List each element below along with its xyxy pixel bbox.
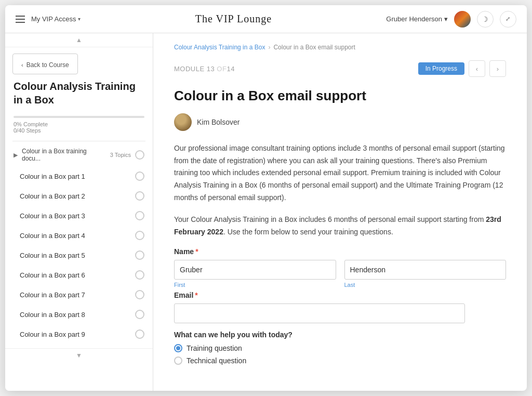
- course-title: Colour Analysis Training in a Box: [5, 80, 153, 112]
- first-name-input[interactable]: [174, 260, 336, 280]
- name-row: First Last: [174, 260, 506, 288]
- module-controls: In Progress ‹ ›: [418, 60, 506, 77]
- author-avatar: [174, 113, 192, 131]
- first-name-group: First: [174, 260, 336, 288]
- email-input[interactable]: [174, 303, 465, 323]
- first-sublabel: First: [174, 282, 336, 288]
- sidebar-item-part2[interactable]: Colour in a Box part 2: [5, 186, 153, 206]
- chevron-down-icon: ▾: [78, 16, 81, 22]
- sidebar-item-part7[interactable]: Colour in a Box part 7: [5, 285, 153, 305]
- hamburger-icon[interactable]: [16, 16, 25, 23]
- item-circle: [135, 171, 144, 181]
- app-title: The VIP Lounge: [195, 13, 272, 25]
- sidebar-item-part6[interactable]: Colour in a Box part 6: [5, 265, 153, 285]
- status-badge: In Progress: [418, 62, 464, 75]
- item-circle: [135, 211, 144, 220]
- sidebar-item-part9[interactable]: Colour in a Box part 9: [5, 324, 153, 344]
- question-section: What can we help you with today? Trainin…: [174, 331, 506, 365]
- module-label: MODULE 13 OF14: [174, 65, 235, 73]
- theme-toggle-icon[interactable]: ☽: [477, 11, 494, 28]
- section-completion-circle: [135, 150, 144, 160]
- arrow-left-icon: ‹: [21, 62, 23, 68]
- section-topics: 3 Topics: [110, 152, 131, 158]
- previous-button[interactable]: ‹: [469, 60, 485, 77]
- scroll-down-icon[interactable]: ▼: [76, 352, 82, 359]
- radio-button-training[interactable]: [174, 344, 182, 352]
- sidebar-items-list: Colour in a Box part 1 Colour in a Box p…: [5, 166, 153, 344]
- form-section: Name * First Last Email: [174, 247, 506, 365]
- name-label: Name *: [174, 247, 506, 256]
- chevron-down-icon: ▾: [444, 15, 448, 23]
- last-name-group: Last: [344, 260, 507, 288]
- nav-left: My VIP Access ▾: [16, 15, 81, 23]
- next-button[interactable]: ›: [489, 60, 506, 77]
- section-arrow-icon: ▶: [14, 152, 18, 159]
- sidebar-item-part5[interactable]: Colour in a Box part 5: [5, 245, 153, 265]
- section-title: Colour in a Box training docu...: [22, 148, 106, 162]
- radio-technical-question[interactable]: Technical question: [174, 357, 506, 365]
- scroll-up-icon[interactable]: ▲: [76, 36, 82, 44]
- breadcrumb-parent[interactable]: Colour Analysis Training in a Box: [174, 44, 265, 51]
- progress-steps-label: 0/40 Steps: [14, 127, 144, 134]
- last-sublabel: Last: [344, 282, 507, 288]
- required-indicator: *: [195, 247, 198, 256]
- body-paragraph-2: Your Colour Analysis Training in a Box i…: [174, 214, 506, 239]
- radio-button-technical[interactable]: [174, 357, 182, 365]
- fullscreen-icon[interactable]: ⤢: [500, 11, 516, 28]
- sidebar-item-part1[interactable]: Colour in a Box part 1: [5, 166, 153, 186]
- email-label: Email *: [174, 291, 506, 299]
- breadcrumb: Colour Analysis Training in a Box › Colo…: [174, 44, 506, 51]
- main-layout: ▲ ‹ Back to Course Colour Analysis Train…: [5, 33, 527, 391]
- item-circle: [135, 310, 144, 319]
- avatar[interactable]: [454, 11, 471, 28]
- user-name[interactable]: Gruber Henderson ▾: [386, 15, 448, 23]
- top-nav: My VIP Access ▾ The VIP Lounge Gruber He…: [5, 5, 527, 33]
- sidebar: ▲ ‹ Back to Course Colour Analysis Train…: [5, 33, 153, 391]
- progress-bar-bg: [14, 116, 144, 118]
- email-group: Email *: [174, 291, 506, 323]
- progress-section: 0% Complete 0/40 Steps: [5, 112, 153, 141]
- item-circle: [135, 270, 144, 280]
- last-name-input[interactable]: [344, 260, 507, 280]
- progress-percent-label: 0% Complete: [14, 121, 48, 127]
- item-circle: [135, 290, 144, 299]
- breadcrumb-current: Colour in a Box email support: [273, 44, 355, 51]
- required-indicator: *: [195, 291, 197, 299]
- item-circle: [135, 231, 144, 240]
- sidebar-item-part8[interactable]: Colour in a Box part 8: [5, 305, 153, 324]
- breadcrumb-separator: ›: [268, 44, 270, 51]
- question-label: What can we help you with today?: [174, 331, 506, 339]
- item-circle: [135, 329, 144, 339]
- author-name: Kim Bolsover: [197, 118, 240, 126]
- nav-right: Gruber Henderson ▾ ☽ ⤢: [386, 11, 516, 28]
- sidebar-item-part3[interactable]: Colour in a Box part 3: [5, 206, 153, 226]
- back-to-course-button[interactable]: ‹ Back to Course: [12, 54, 78, 74]
- nav-menu-label[interactable]: My VIP Access ▾: [31, 15, 81, 23]
- content-area: Colour Analysis Training in a Box › Colo…: [153, 33, 527, 391]
- sidebar-item-part4[interactable]: Colour in a Box part 4: [5, 226, 153, 245]
- module-header: MODULE 13 OF14 In Progress ‹ ›: [174, 60, 506, 77]
- sidebar-section-header[interactable]: ▶ Colour in a Box training docu... 3 Top…: [5, 141, 153, 166]
- radio-training-question[interactable]: Training question: [174, 344, 506, 352]
- author-row: Kim Bolsover: [174, 113, 506, 131]
- body-paragraph-1: Our professional image consultant traini…: [174, 142, 506, 204]
- item-circle: [135, 250, 144, 260]
- email-input-wrap: [174, 303, 506, 323]
- item-circle: [135, 191, 144, 201]
- page-title: Colour in a Box email support: [174, 87, 506, 105]
